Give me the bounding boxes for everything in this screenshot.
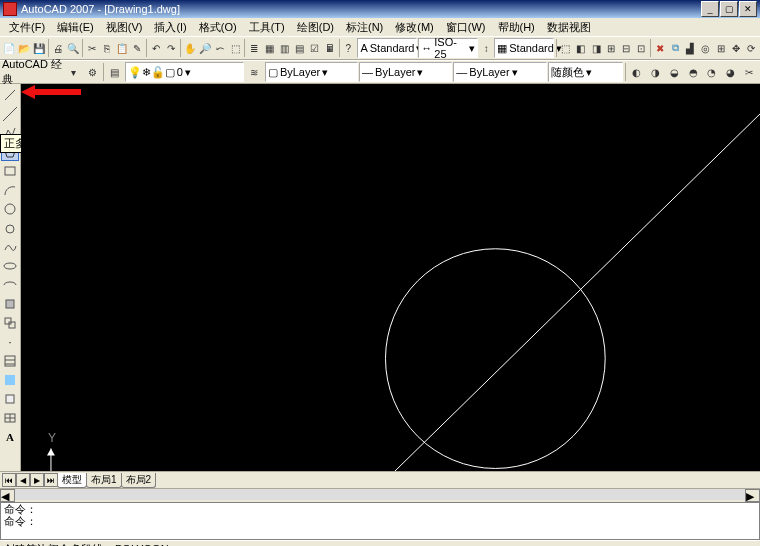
- layer-prev-button[interactable]: ≋: [245, 62, 263, 82]
- revcloud-tool[interactable]: [1, 219, 19, 237]
- open-button[interactable]: 📂: [17, 38, 31, 58]
- arc-tool[interactable]: [1, 181, 19, 199]
- point-tool[interactable]: ·: [1, 333, 19, 351]
- move-button[interactable]: ✥: [729, 38, 743, 58]
- region-tool[interactable]: [1, 390, 19, 408]
- cut-button[interactable]: ✂: [85, 38, 99, 58]
- menu-edit[interactable]: 编辑(E): [52, 19, 99, 36]
- m2-button[interactable]: ◑: [647, 62, 665, 82]
- mod1-button[interactable]: ⬚: [559, 38, 573, 58]
- palette-button[interactable]: ▥: [277, 38, 291, 58]
- plotstyle-combo[interactable]: 随颜色 ▾: [548, 62, 624, 82]
- minimize-button[interactable]: _: [701, 1, 719, 17]
- mod4-button[interactable]: ⊞: [604, 38, 618, 58]
- dimstyle-combo[interactable]: ↔ ISO-25 ▾: [418, 38, 478, 58]
- rotate-button[interactable]: ⟳: [744, 38, 758, 58]
- circle-tool[interactable]: [1, 200, 19, 218]
- save-button[interactable]: 💾: [32, 38, 46, 58]
- zoom-button[interactable]: 🔎: [198, 38, 212, 58]
- gradient-tool[interactable]: [1, 371, 19, 389]
- sheet-button[interactable]: ▤: [292, 38, 306, 58]
- ellipse-tool[interactable]: [1, 257, 19, 275]
- array-button[interactable]: ⊞: [714, 38, 728, 58]
- tab-layout2[interactable]: 布局2: [121, 473, 157, 488]
- table-tool[interactable]: [1, 409, 19, 427]
- paste-button[interactable]: 📋: [115, 38, 129, 58]
- tab-last-button[interactable]: ⏭: [44, 473, 58, 487]
- menu-draw[interactable]: 绘图(D): [292, 19, 339, 36]
- copy-button[interactable]: ⎘: [100, 38, 114, 58]
- lweight-combo[interactable]: — ByLayer ▾: [453, 62, 546, 82]
- tab-layout1[interactable]: 布局1: [86, 473, 122, 488]
- tablestyle-combo[interactable]: ▦ Standard ▾: [494, 38, 554, 58]
- hatch-tool[interactable]: [1, 352, 19, 370]
- menu-window[interactable]: 窗口(W): [441, 19, 491, 36]
- drawing-canvas[interactable]: X Y: [21, 84, 760, 471]
- match-button[interactable]: ✎: [130, 38, 144, 58]
- textstyle-combo[interactable]: A Standard ▾: [357, 38, 417, 58]
- plot-button[interactable]: 🖨: [51, 38, 65, 58]
- mod2-button[interactable]: ◧: [574, 38, 588, 58]
- menu-view[interactable]: 视图(V): [101, 19, 148, 36]
- rectangle-tool[interactable]: [1, 162, 19, 180]
- markup-button[interactable]: ☑: [307, 38, 321, 58]
- undo-button[interactable]: ↶: [149, 38, 163, 58]
- m4-button[interactable]: ◓: [684, 62, 702, 82]
- dimstyle-button[interactable]: ↕: [479, 38, 493, 58]
- svg-line-17: [301, 114, 760, 471]
- layer-combo[interactable]: 💡❄🔓▢ 0 ▾: [125, 62, 244, 82]
- menu-modify[interactable]: 修改(M): [390, 19, 439, 36]
- redo-button[interactable]: ↷: [164, 38, 178, 58]
- copy-obj-button[interactable]: ⧉: [668, 38, 682, 58]
- menu-data[interactable]: 数据视图: [542, 19, 596, 36]
- menu-tools[interactable]: 工具(T): [244, 19, 290, 36]
- mod6-button[interactable]: ⊡: [634, 38, 648, 58]
- zoom-window-button[interactable]: ⬚: [228, 38, 242, 58]
- tab-model[interactable]: 模型: [57, 473, 87, 488]
- close-button[interactable]: ✕: [739, 1, 757, 17]
- m5-button[interactable]: ◔: [703, 62, 721, 82]
- mtext-tool[interactable]: A: [1, 428, 19, 446]
- color-combo[interactable]: ▢ ByLayer ▾: [265, 62, 358, 82]
- m3-button[interactable]: ◒: [666, 62, 684, 82]
- svg-rect-3: [5, 167, 15, 175]
- m1-button[interactable]: ◐: [628, 62, 646, 82]
- workspace-gear-icon[interactable]: ⚙: [84, 62, 102, 82]
- dcenter-button[interactable]: ▦: [262, 38, 276, 58]
- m6-button[interactable]: ◕: [722, 62, 740, 82]
- menu-dim[interactable]: 标注(N): [341, 19, 388, 36]
- maximize-button[interactable]: ▢: [720, 1, 738, 17]
- layer-prop-button[interactable]: ▤: [106, 62, 124, 82]
- line-tool[interactable]: [1, 86, 19, 104]
- mirror-button[interactable]: ▟: [683, 38, 697, 58]
- help-button[interactable]: ?: [341, 38, 355, 58]
- pan-button[interactable]: ✋: [183, 38, 197, 58]
- menu-file[interactable]: 文件(F): [4, 19, 50, 36]
- mod5-button[interactable]: ⊟: [619, 38, 633, 58]
- props-button[interactable]: ≣: [247, 38, 261, 58]
- xline-tool[interactable]: [1, 105, 19, 123]
- tab-prev-button[interactable]: ◀: [16, 473, 30, 487]
- command-window[interactable]: 命令： 命令：: [0, 502, 760, 540]
- spline-tool[interactable]: [1, 238, 19, 256]
- workspace-drop[interactable]: ▾: [65, 62, 83, 82]
- erase-button[interactable]: ✖: [653, 38, 667, 58]
- cmd-line2: 命令：: [4, 516, 756, 528]
- ellipsearc-tool[interactable]: [1, 276, 19, 294]
- tab-next-button[interactable]: ▶: [30, 473, 44, 487]
- menu-insert[interactable]: 插入(I): [149, 19, 191, 36]
- mod3-button[interactable]: ◨: [589, 38, 603, 58]
- new-button[interactable]: 📄: [2, 38, 16, 58]
- preview-button[interactable]: 🔍: [66, 38, 80, 58]
- menu-help[interactable]: 帮助(H): [493, 19, 540, 36]
- tab-first-button[interactable]: ⏮: [2, 473, 16, 487]
- block-tool[interactable]: [1, 295, 19, 313]
- offset-button[interactable]: ◎: [698, 38, 712, 58]
- m7-button[interactable]: ✂: [740, 62, 758, 82]
- makeblock-tool[interactable]: [1, 314, 19, 332]
- ltype-combo[interactable]: — ByLayer ▾: [359, 62, 452, 82]
- zoom-prev-button[interactable]: ⤺: [213, 38, 227, 58]
- menu-format[interactable]: 格式(O): [194, 19, 242, 36]
- calc-button[interactable]: 🖩: [323, 38, 337, 58]
- hscroll[interactable]: ◀▶: [0, 488, 760, 502]
